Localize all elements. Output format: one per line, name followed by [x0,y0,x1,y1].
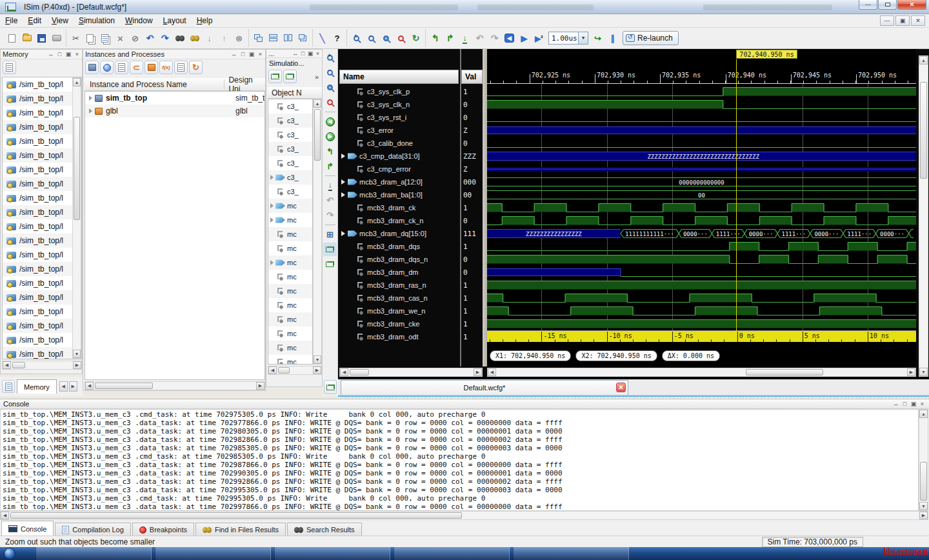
wave-row-mcb3_dram_dq[15:0][interactable]: ZZZZZZZZZZZZZZZZ11111111111···0000···111… [487,227,916,240]
console-vscrollbar[interactable]: ▲ ▼ [919,409,928,511]
save-icon[interactable] [34,31,49,46]
run-to-icon[interactable]: ↓ [457,31,472,46]
expander-icon[interactable] [341,231,345,236]
wrench-icon[interactable]: ╲ [315,31,330,46]
redo-icon[interactable]: ↷ [157,31,172,46]
object-row[interactable]: c3_ [268,128,312,142]
object-row[interactable]: c3_ [268,114,312,128]
delete-icon[interactable]: × [113,31,128,46]
signal-name-row[interactable]: mcb3_dram_a[12:0] [338,175,460,188]
goto-time-icon[interactable]: ↓ [323,179,337,192]
wave-row-c3_cmp_error[interactable] [487,163,916,175]
wave-input-icon[interactable] [268,70,282,83]
signal-name-row[interactable]: mcb3_dram_dqs_n [338,253,460,266]
minimize-button[interactable]: — [859,0,877,10]
tile-v-icon[interactable] [281,31,295,46]
memory-vscrollbar[interactable]: ▲▼ [72,77,81,359]
taskbar-app-button[interactable] [274,547,390,560]
scroll-up-icon[interactable]: ▲ [73,78,81,86]
memory-list-item[interactable]: /sim_tb_top/l [3,177,81,191]
memory-list-item[interactable]: /sim_tb_top/l [3,305,81,319]
wave-row-mcb3_dram_dqs[interactable] [487,240,916,253]
signal-name-row[interactable]: c3_cmp_data[31:0] [338,150,460,163]
memory-list-item[interactable]: /sim_tb_top/l [3,262,81,276]
zoom-out-icon[interactable]: − [323,66,337,79]
expander-icon[interactable] [89,95,92,101]
wave-row-c3_sys_clk_p[interactable] [487,85,916,98]
signal-name-row[interactable]: c3_sys_clk_p [338,85,460,98]
values-plot-splitter[interactable] [483,49,487,366]
signal-name-row[interactable]: mcb3_dram_dq[15:0] [338,227,460,240]
fx-icon[interactable]: f(x) [159,61,173,74]
run-for-icon[interactable]: ▶z [532,31,546,46]
pause-icon[interactable]: ∥ [605,31,620,46]
signal-name-row[interactable]: mcb3_dram_ck_n [338,214,460,227]
refresh-icon[interactable]: ↻ [408,31,423,46]
tile-h-icon[interactable] [266,31,281,46]
scroll-thumb[interactable] [74,117,80,220]
console-output[interactable]: sim_tb_top.\MEM_INST3.u_mem_c3 .cmd_task… [0,409,919,511]
prev-gray-icon[interactable]: ↶ [472,31,487,46]
taskbar-app-button[interactable] [513,547,629,560]
waveform-plot[interactable]: 702,925 ns702,930 ns702,935 ns702,940 ns… [487,49,916,366]
wave-row-mcb3_dram_cke[interactable] [487,317,916,330]
col-instance-name[interactable]: Instance and Process Name [85,80,225,89]
cascade-icon[interactable] [251,31,266,46]
wave-cursor-flag[interactable]: 702,940.950 ns [736,50,797,59]
relaunch-button[interactable]: Re-launch [623,31,679,45]
memory-list-item[interactable]: /sim_tb_top/l [3,290,81,305]
wave-row-mcb3_dram_ba[1:0][interactable]: 00 [487,188,916,201]
new-icon[interactable] [5,31,19,46]
undo-icon[interactable]: ↶ [143,31,157,46]
memory-list-item[interactable]: /sim_tb_top/l [3,120,81,134]
menu-window[interactable]: Window [120,15,158,26]
start-orb[interactable] [4,548,15,559]
disable-icon[interactable]: ⊘ [128,31,143,46]
zoom-cursor-icon[interactable] [323,95,337,109]
down-icon[interactable]: ↓ [202,31,217,46]
step-icon[interactable]: ↪ [590,31,605,46]
expander-icon[interactable] [341,179,345,185]
object-row[interactable]: c3_ [268,185,312,199]
wave-window-icon[interactable] [323,257,337,271]
reload-orange-icon[interactable]: ↻ [189,61,203,74]
object-row[interactable]: mc [268,284,312,298]
sim-time-step-combo[interactable]: 1.00us▼ [548,32,588,45]
undo-gray-icon[interactable]: ↶ [323,194,337,207]
menu-help[interactable]: Help [192,15,218,26]
memory-list-item[interactable]: /sim_tb_top/l [3,234,81,248]
restart-green-icon[interactable]: ↰ [428,31,443,46]
memory-list-item[interactable]: /sim_tb_top/l [3,106,81,120]
signal-name-row[interactable]: mcb3_dram_odt [338,330,460,343]
instance-row-sim_tb_top[interactable]: sim_tb_topsim_tb_top [85,92,265,105]
expander-icon[interactable] [270,260,274,265]
zoom-cursor-icon[interactable] [394,31,408,46]
wave-window-icon[interactable] [324,380,337,394]
close-circle-icon[interactable]: ⊗ [232,31,246,46]
plot-vscrollbar[interactable]: ▲ ▼ [919,55,928,377]
open-icon[interactable] [19,31,34,46]
tab-find-in-files-results[interactable]: Find in Files Results [195,523,286,536]
marker-pressed-icon[interactable] [323,243,337,256]
object-row[interactable]: mc [268,241,312,255]
copy-icon[interactable] [83,31,98,46]
marker-pill-1[interactable]: X2: 702,940.950 ns [575,350,657,361]
instance-row-glbl[interactable]: glblglbl [85,105,265,117]
tab-console[interactable]: Console [1,521,54,536]
object-row[interactable]: mc [268,326,312,341]
memory-list-item[interactable]: /sim_tb_top/l [3,319,81,333]
wave-row-mcb3_dram_a[12:0][interactable]: 0000000000000 [487,175,916,188]
wave-row-mcb3_dram_cas_n[interactable] [487,292,916,305]
toolbar-overflow-icon[interactable]: » [315,73,320,81]
expander-icon[interactable] [270,217,274,223]
globe-icon[interactable] [100,61,114,74]
wave-row-c3_sys_rst_i[interactable] [487,111,916,124]
zoom-full-icon[interactable] [379,31,394,46]
signal-name-row[interactable]: mcb3_dram_ba[1:0] [338,188,460,201]
tab-memory[interactable]: Memory [17,379,57,394]
instances-hscrollbar[interactable]: ◀ ▶ [85,381,265,390]
run-icon[interactable]: ▶ [517,31,532,46]
go-end-icon[interactable]: ▶ [323,130,337,143]
memory-new-icon[interactable] [3,61,16,74]
menu-layout[interactable]: Layout [158,15,192,26]
